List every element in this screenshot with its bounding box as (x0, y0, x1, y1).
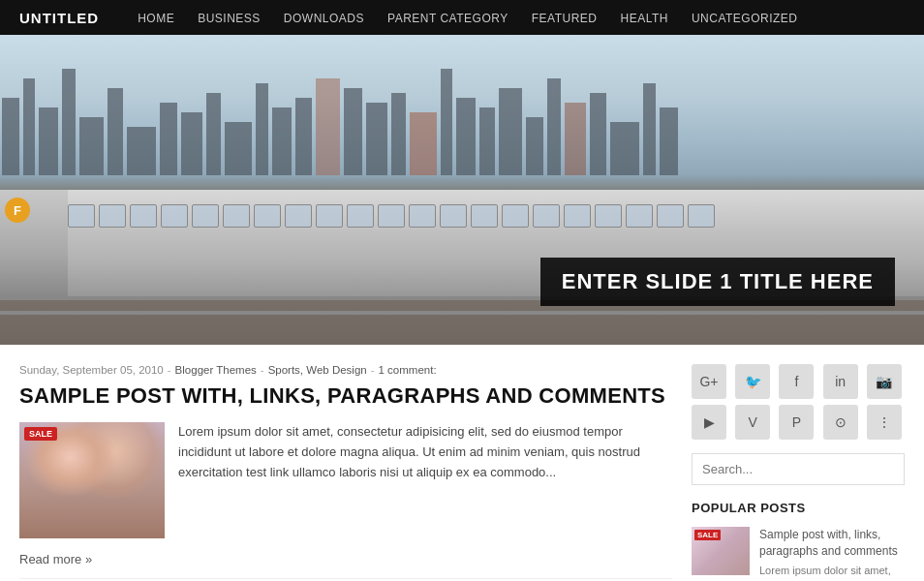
site-brand[interactable]: UNTITLED (19, 10, 99, 26)
train-window (533, 204, 560, 228)
nav-uncategorized[interactable]: UNCATEGORIZED (692, 12, 798, 25)
social-twitter-button[interactable]: 🐦 (735, 364, 770, 399)
social-icons-grid: G+ 🐦 f in 📷 ▶ V P ⊙ ⋮ (692, 364, 905, 440)
post-title: SAMPLE POST WITH, LINKS, PARAGRAPHS AND … (19, 383, 672, 409)
train-window (409, 204, 436, 228)
read-more-link[interactable]: Read more » (19, 552, 92, 566)
sidebar: G+ 🐦 f in 📷 ▶ V P ⊙ ⋮ POPULAR POSTS SALE… (692, 364, 905, 581)
train-window (161, 204, 188, 228)
popular-posts-heading: POPULAR POSTS (692, 501, 905, 515)
train-line-sign: F (5, 198, 30, 223)
social-facebook-button[interactable]: f (779, 364, 814, 399)
post-meta: Sunday, September 05, 2010 - Blogger The… (19, 364, 672, 376)
train-window (192, 204, 219, 228)
content-wrapper: Sunday, September 05, 2010 - Blogger The… (0, 345, 924, 581)
separator: - (371, 364, 375, 376)
train-window (223, 204, 250, 228)
train-window (347, 204, 374, 228)
social-instagram-button[interactable]: 📷 (867, 364, 902, 399)
navbar: UNTITLED HOME BUSINESS DOWNLOADS PARENT … (0, 0, 924, 35)
separator: - (261, 364, 264, 376)
social-vimeo-button[interactable]: V (735, 405, 770, 440)
social-github-button[interactable]: ⊙ (823, 405, 858, 440)
train-window (626, 204, 653, 228)
train-window (285, 204, 312, 228)
read-more-area: Read more » (19, 552, 672, 566)
social-rss-button[interactable]: ⋮ (867, 405, 902, 440)
train-window (688, 204, 715, 228)
city-skyline (0, 49, 924, 175)
social-pinterest-button[interactable]: P (779, 405, 814, 440)
post-comments-count[interactable]: 1 comment: (379, 364, 437, 376)
train-front: F (0, 190, 68, 296)
nav-business[interactable]: BUSINESS (198, 12, 261, 25)
post-excerpt: Lorem ipsum dolor sit amet, consectetur … (178, 422, 672, 538)
train-window (471, 204, 498, 228)
social-youtube-button[interactable]: ▶ (692, 405, 726, 440)
sale-badge: SALE (24, 427, 57, 441)
nav-links: HOME BUSINESS DOWNLOADS PARENT CATEGORY … (138, 9, 797, 26)
popular-post-thumbnail: SALE (692, 527, 750, 575)
popular-post-item: SALE Sample post with, links, paragraphs… (692, 527, 905, 581)
train-window (130, 204, 157, 228)
nav-parent-category[interactable]: PARENT CATEGORY (387, 12, 508, 25)
main-content: Sunday, September 05, 2010 - Blogger The… (19, 364, 672, 581)
train-window (502, 204, 529, 228)
post-tags[interactable]: Sports, Web Design (268, 364, 367, 376)
slide-title[interactable]: ENTER SLIDE 1 TITLE HERE (540, 258, 895, 306)
post-body: SALE Lorem ipsum dolor sit amet, consect… (19, 422, 672, 538)
post-thumbnail: SALE (19, 422, 165, 538)
popular-post-excerpt: Lorem ipsum dolor sit amet, consectetur … (759, 564, 905, 581)
nav-home[interactable]: HOME (138, 12, 174, 25)
train-window (595, 204, 622, 228)
post-category[interactable]: Blogger Themes (175, 364, 257, 376)
train-window (378, 204, 405, 228)
hero-slider: F ENTER S (0, 35, 924, 345)
social-linkedin-button[interactable]: in (823, 364, 858, 399)
train-window (254, 204, 281, 228)
popular-post-text: Sample post with, links, paragraphs and … (759, 527, 905, 581)
nav-health[interactable]: HEALTH (620, 12, 667, 25)
social-googleplus-button[interactable]: G+ (692, 364, 726, 399)
train-window (440, 204, 467, 228)
train-windows (68, 204, 924, 228)
train-window (99, 204, 126, 228)
nav-downloads[interactable]: DOWNLOADS (284, 12, 364, 25)
search-input[interactable] (692, 453, 905, 485)
post-date: Sunday, September 05, 2010 (19, 364, 164, 376)
separator: - (168, 364, 171, 376)
train-window (657, 204, 684, 228)
train-window (316, 204, 343, 228)
train-window (68, 204, 95, 228)
nav-featured[interactable]: FEATURED (532, 12, 598, 25)
track-rail-bottom (0, 311, 924, 315)
train-window (564, 204, 591, 228)
popular-post-title[interactable]: Sample post with, links, paragraphs and … (759, 527, 905, 560)
